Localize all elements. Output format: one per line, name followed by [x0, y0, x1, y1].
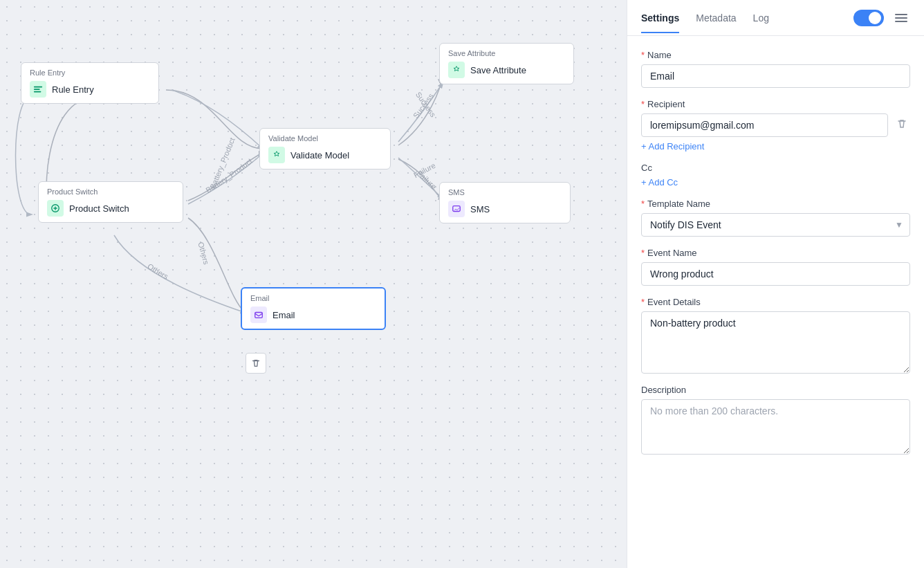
- product-switch-node[interactable]: Product Switch Product Switch: [38, 181, 183, 223]
- template-name-label: *Template Name: [641, 199, 910, 209]
- battery-product-label: Battery_Product: [208, 136, 237, 190]
- email-label: Email: [272, 310, 295, 320]
- tab-log[interactable]: Log: [753, 3, 769, 33]
- product-switch-label: Product Switch: [69, 203, 129, 214]
- description-label: Description: [641, 385, 910, 395]
- delete-recipient-button[interactable]: [894, 116, 910, 135]
- email-title: Email: [250, 294, 376, 302]
- svg-rect-9: [255, 313, 263, 318]
- delete-email-button[interactable]: [246, 353, 266, 374]
- save-attribute-node[interactable]: Save Attribute Save Attribute: [439, 43, 574, 84]
- rule-entry-node[interactable]: Rule Entry Rule Entry: [21, 62, 159, 104]
- email-icon: [250, 306, 267, 323]
- rule-entry-icon: [30, 81, 46, 98]
- template-name-select[interactable]: Notify DIS Event: [641, 213, 910, 237]
- rule-entry-title: Rule Entry: [30, 68, 150, 77]
- sms-node[interactable]: SMS SMS: [439, 182, 571, 223]
- cc-group: Cc + Add Cc: [641, 163, 910, 187]
- recipient-row: [641, 113, 910, 137]
- name-label: *Name: [641, 50, 910, 60]
- product-switch-title: Product Switch: [47, 187, 174, 196]
- event-name-group: *Event Name: [641, 248, 910, 286]
- form-area: *Name *Recipient + Add Recipient Cc +: [627, 36, 924, 568]
- success-label: Success: [414, 91, 438, 119]
- menu-icon[interactable]: [892, 11, 910, 25]
- sms-title: SMS: [448, 188, 562, 196]
- save-attribute-label: Save Attribute: [470, 65, 526, 75]
- description-group: Description: [641, 385, 910, 455]
- svg-rect-4: [34, 86, 42, 88]
- failure-label: Failure: [412, 161, 436, 179]
- add-cc-button[interactable]: + Add Cc: [641, 177, 910, 187]
- recipient-group: *Recipient + Add Recipient: [641, 99, 910, 152]
- sms-icon: [448, 201, 465, 217]
- tab-settings[interactable]: Settings: [641, 3, 679, 33]
- cc-label: Cc: [641, 163, 910, 173]
- recipient-label: *Recipient: [641, 99, 910, 109]
- add-recipient-button[interactable]: + Add Recipient: [641, 141, 910, 152]
- rule-entry-label: Rule Entry: [52, 84, 94, 95]
- name-group: *Name: [641, 50, 910, 88]
- event-name-label: *Event Name: [641, 248, 910, 258]
- save-attribute-title: Save Attribute: [448, 49, 565, 57]
- email-node[interactable]: Email Email: [241, 287, 386, 330]
- event-details-label: *Event Details: [641, 297, 910, 307]
- validate-model-icon: [268, 147, 285, 163]
- template-name-select-wrapper: Notify DIS Event ▼: [641, 213, 910, 237]
- settings-panel: Settings Metadata Log *Name *Recipient: [627, 0, 924, 568]
- event-details-group: *Event Details Non-battery product: [641, 297, 910, 374]
- template-name-group: *Template Name Notify DIS Event ▼: [641, 199, 910, 237]
- event-name-input[interactable]: [641, 262, 910, 286]
- others-label: Others: [196, 241, 210, 266]
- event-details-textarea[interactable]: Non-battery product: [641, 311, 910, 374]
- save-attribute-icon: [448, 62, 465, 78]
- tabs-bar: Settings Metadata Log: [627, 0, 924, 36]
- recipient-input[interactable]: [641, 113, 888, 137]
- svg-rect-6: [34, 91, 41, 93]
- sms-label: SMS: [470, 204, 490, 214]
- toggle-switch[interactable]: [853, 10, 884, 26]
- validate-model-title: Validate Model: [268, 134, 382, 143]
- svg-rect-5: [34, 89, 40, 90]
- validate-model-node[interactable]: Validate Model Validate Model: [259, 128, 391, 170]
- tab-metadata[interactable]: Metadata: [696, 3, 736, 33]
- description-textarea[interactable]: [641, 399, 910, 455]
- product-switch-icon: [47, 200, 64, 217]
- name-input[interactable]: [641, 64, 910, 88]
- workflow-canvas[interactable]: Success Failure Battery_Product Others S…: [0, 0, 627, 568]
- validate-model-label: Validate Model: [290, 150, 349, 161]
- svg-text:Others: Others: [146, 262, 170, 281]
